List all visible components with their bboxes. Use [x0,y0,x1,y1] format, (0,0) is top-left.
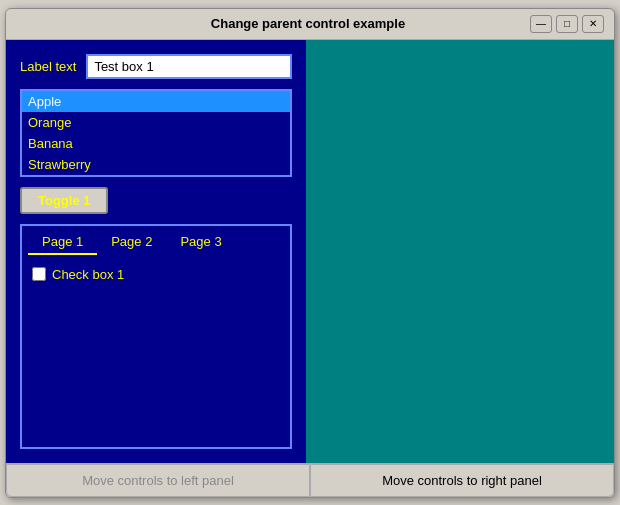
right-panel [306,40,614,463]
tab-panel: Page 1 Page 2 Page 3 Check box 1 [20,224,292,449]
left-panel: Label text Apple Orange Banana Strawberr… [6,40,306,463]
checkbox-row: Check box 1 [32,267,280,282]
tab-content: Check box 1 [22,255,290,447]
move-right-button[interactable]: Move controls to right panel [310,464,614,497]
window-controls: — □ ✕ [530,15,604,33]
main-window: Change parent control example — □ ✕ Labe… [5,8,615,498]
window-footer: Move controls to left panel Move control… [6,463,614,497]
checkbox-label: Check box 1 [52,267,124,282]
toggle-button[interactable]: Toggle 1 [20,187,108,214]
list-item[interactable]: Banana [22,133,290,154]
title-bar: Change parent control example — □ ✕ [6,9,614,40]
tab-page2[interactable]: Page 2 [97,230,166,255]
close-button[interactable]: ✕ [582,15,604,33]
window-title: Change parent control example [86,16,530,31]
list-item[interactable]: Orange [22,112,290,133]
label-text: Label text [20,59,76,74]
move-left-button[interactable]: Move controls to left panel [6,464,310,497]
maximize-button[interactable]: □ [556,15,578,33]
list-box: Apple Orange Banana Strawberry [20,89,292,177]
label-row: Label text [20,54,292,79]
tab-bar: Page 1 Page 2 Page 3 [22,226,290,255]
check-box-1[interactable] [32,267,46,281]
list-item[interactable]: Strawberry [22,154,290,175]
tab-page1[interactable]: Page 1 [28,230,97,255]
minimize-button[interactable]: — [530,15,552,33]
text-input[interactable] [86,54,292,79]
list-item[interactable]: Apple [22,91,290,112]
window-body: Label text Apple Orange Banana Strawberr… [6,40,614,463]
tab-page3[interactable]: Page 3 [166,230,235,255]
